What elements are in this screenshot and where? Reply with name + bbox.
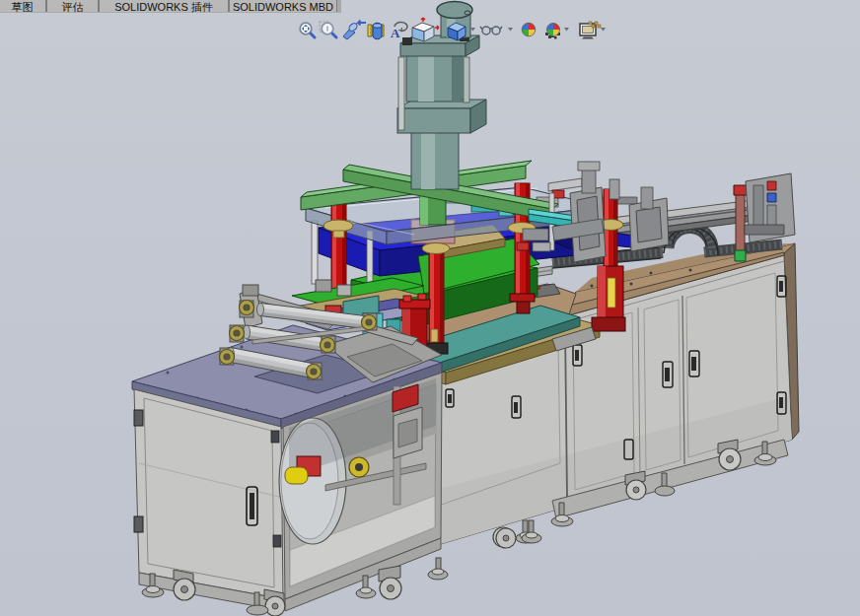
svg-text:A: A	[391, 26, 400, 40]
